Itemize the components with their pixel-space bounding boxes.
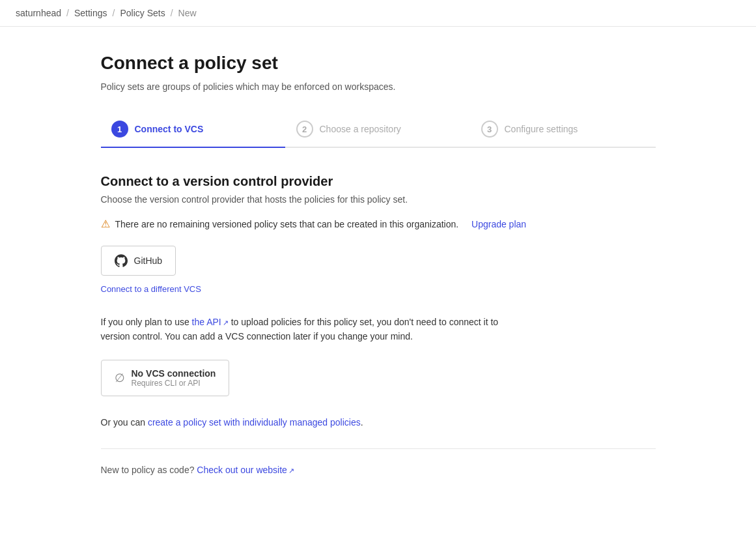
check-out-link[interactable]: Check out our website↗ [197,465,294,475]
api-link[interactable]: the API↗ [192,317,231,327]
section-desc: Choose the version control provider that… [101,194,656,205]
step-1[interactable]: 1 Connect to VCS [101,113,286,147]
external-link-icon: ↗ [223,317,229,329]
breadcrumb-sep-3: / [171,8,173,18]
breadcrumb-settings[interactable]: Settings [74,8,107,18]
or-text-before: Or you can [101,417,145,428]
page-subtitle: Policy sets are groups of policies which… [101,81,656,92]
github-icon [115,254,128,267]
steps-list: 1 Connect to VCS 2 Choose a repository 3… [101,113,656,147]
vcs-section: Connect to a version control provider Ch… [101,174,656,475]
no-vcs-title: No VCS connection [132,368,216,379]
step-3-badge: 3 [481,121,498,138]
breadcrumb-new: New [178,8,197,18]
breadcrumb-sep-2: / [113,8,115,18]
step-3: 3 Configure settings [471,113,656,147]
step-3-label: Configure settings [505,124,578,134]
step-2-badge: 2 [296,121,313,138]
breadcrumb-policy-sets[interactable]: Policy Sets [120,8,165,18]
step-2: 2 Choose a repository [286,113,471,147]
bottom-note-before: New to policy as code? [101,465,195,475]
github-button[interactable]: GitHub [101,246,176,276]
individually-managed-link[interactable]: create a policy set with individually ma… [148,417,361,428]
divider [101,448,656,449]
step-1-label: Connect to VCS [135,124,204,134]
check-out-label: Check out our website [197,465,287,475]
steps-nav: 1 Connect to VCS 2 Choose a repository 3… [101,113,656,148]
breadcrumb-sep-1: / [66,8,69,18]
step-2-label: Choose a repository [320,124,401,134]
no-vcs-subtitle: Requires CLI or API [132,379,201,388]
upgrade-plan-link[interactable]: Upgrade plan [471,219,526,229]
check-out-external-icon: ↗ [288,467,294,475]
bottom-note: New to policy as code? Check out our web… [101,465,656,475]
no-vcs-text-wrap: No VCS connection Requires CLI or API [132,368,216,388]
or-text: Or you can create a policy set with indi… [101,417,656,428]
warning-icon: ⚠ [101,218,110,230]
warning-text: There are no remaining versioned policy … [115,219,459,229]
breadcrumb-saturnhead[interactable]: saturnhead [16,8,61,18]
main-content: Connect a policy set Policy sets are gro… [85,27,671,501]
no-vcs-icon: ∅ [115,371,125,385]
github-label: GitHub [134,255,163,266]
step-1-badge: 1 [111,121,128,138]
api-link-label: the API [192,317,221,327]
page-title: Connect a policy set [101,53,656,74]
info-text-before: If you only plan to use [101,317,189,327]
api-info-text: If you only plan to use the API↗ to uplo… [101,315,518,344]
section-title: Connect to a version control provider [101,174,656,189]
breadcrumb: saturnhead / Settings / Policy Sets / Ne… [0,0,756,27]
connect-different-link[interactable]: Connect to a different VCS [101,284,201,294]
warning-banner: ⚠ There are no remaining versioned polic… [101,218,656,230]
no-vcs-button[interactable]: ∅ No VCS connection Requires CLI or API [101,360,230,396]
or-text-after: . [361,417,363,428]
